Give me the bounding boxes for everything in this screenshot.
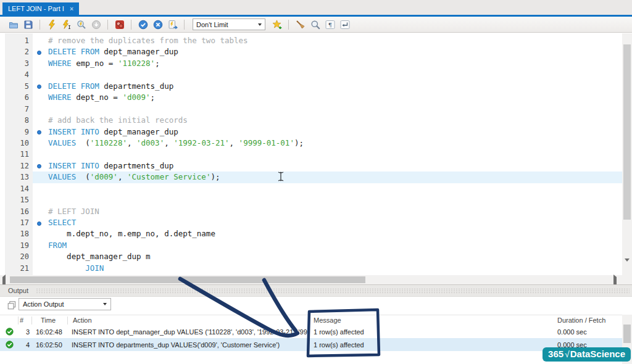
vertical-scroll-thumb[interactable] (623, 44, 631, 220)
horizontal-scroll-thumb[interactable] (10, 276, 365, 283)
line-number: 3 (5, 58, 29, 69)
row-message: 1 row(s) affected (309, 341, 554, 349)
editor-line-2[interactable]: 2DELETE FROM dept_manager_dup (0, 46, 622, 57)
toolbar-separator (184, 20, 185, 30)
save-icon[interactable] (22, 19, 34, 30)
code-text: FROM (48, 240, 67, 251)
code-text: # add back the initial records (48, 115, 188, 126)
tab-left-join-part-1[interactable]: LEFT JOIN - Part I × (2, 2, 79, 15)
editor-line-3[interactable]: 3WHERE emp_no = '110228'; (0, 58, 622, 69)
editor-line-5[interactable]: 5DELETE FROM departments_dup (0, 81, 622, 92)
line-number: 10 (5, 138, 29, 149)
editor-line-12[interactable]: 12INSERT INTO departments_dup (0, 160, 622, 172)
column-header-duration[interactable]: Duration / Fetch (554, 316, 622, 325)
sql-editor-toolbar: Don't Limit¶ (0, 17, 632, 33)
code-text: # remove the duplicates from the two tab… (48, 35, 248, 46)
rollback-icon[interactable] (152, 19, 164, 30)
output-scroll-thumb[interactable] (623, 325, 631, 343)
line-number: 5 (5, 81, 29, 92)
limit-dropdown-value: Don't Limit (196, 21, 228, 28)
column-header-time[interactable]: Time (32, 316, 68, 325)
code-text: m.dept_no, m.emp_no, d.dept_name (48, 228, 215, 239)
output-row-4[interactable]: 416:02:50INSERT INTO departments_dup VAL… (0, 338, 622, 351)
editor-vertical-scrollbar[interactable] (622, 33, 632, 275)
editor-line-11[interactable]: 11 (0, 149, 622, 160)
toolbar-separator (131, 20, 131, 30)
commit-icon[interactable] (137, 19, 149, 30)
output-panel-title: Output (8, 287, 28, 294)
editor-line-13[interactable]: 13VALUES ('d009', 'Customer Service'); (0, 172, 622, 183)
editor-line-1[interactable]: 1# remove the duplicates from the two ta… (0, 35, 622, 46)
line-number: 4 (5, 69, 29, 80)
code-text: VALUES ('d009', 'Customer Service'); (48, 172, 220, 183)
row-duration: 0.000 sec (554, 328, 622, 336)
line-number: 8 (5, 115, 29, 126)
line-number: 2 (5, 46, 29, 57)
code-text: DELETE FROM departments_dup (48, 81, 173, 92)
statement-marker-dot (37, 221, 41, 226)
wrap-icon[interactable] (339, 19, 351, 30)
editor-horizontal-scrollbar[interactable] (0, 275, 622, 284)
editor-line-21[interactable]: 21 JOIN (0, 263, 622, 274)
explain-icon[interactable] (75, 19, 87, 30)
line-number: 21 (5, 263, 29, 274)
statement-marker-dot (37, 85, 41, 89)
execute-current-icon[interactable] (60, 19, 72, 30)
line-number: 1 (5, 35, 29, 46)
column-header-message[interactable]: Message (309, 316, 554, 325)
save-snippet-icon[interactable] (271, 19, 283, 30)
output-view-dropdown[interactable]: Action Output (19, 298, 111, 310)
output-panel-header: Output (0, 285, 632, 297)
editor-line-15[interactable]: 15 (0, 194, 622, 205)
row-action: INSERT INTO dept_manager_dup VALUES ('11… (68, 328, 309, 336)
output-table-header: # Time Action Message Duration / Fetch (0, 315, 622, 326)
limit-dropdown[interactable]: Don't Limit (193, 19, 265, 30)
editor-line-14[interactable]: 14 (0, 183, 622, 194)
stop-icon[interactable] (90, 19, 102, 30)
code-text: JOIN (48, 263, 104, 274)
execute-icon[interactable] (46, 19, 57, 30)
status-column-header (0, 316, 19, 325)
editor-line-16[interactable]: 16# LEFT JOIN (0, 206, 622, 217)
svg-text:¶: ¶ (328, 21, 331, 28)
editor-line-20[interactable]: 20 dept_manager_dup m (0, 251, 622, 262)
tab-close-icon[interactable]: × (70, 5, 73, 12)
output-row-3[interactable]: 316:02:48INSERT INTO dept_manager_dup VA… (0, 325, 622, 338)
invisibles-icon[interactable]: ¶ (324, 19, 336, 30)
editor-tab-bar: LEFT JOIN - Part I × (0, 0, 632, 15)
code-text: # LEFT JOIN (48, 206, 99, 217)
editor-line-4[interactable]: 4 (0, 69, 622, 80)
editor-line-10[interactable]: 10VALUES ('110228', 'd003', '1992-03-21'… (0, 138, 622, 149)
editor-line-17[interactable]: 17SELECT (0, 217, 622, 228)
line-number: 17 (5, 217, 29, 228)
editor-line-8[interactable]: 8# add back the initial records (0, 115, 622, 126)
line-number: 6 (5, 92, 29, 103)
row-action: INSERT INTO departments_dup VALUES('d009… (68, 341, 309, 349)
code-text: dept_manager_dup m (48, 251, 151, 262)
open-file-icon[interactable] (7, 19, 19, 30)
line-number: 18 (5, 228, 29, 239)
code-text: VALUES ('110228', 'd003', '1992-03-21', … (48, 138, 304, 149)
editor-line-6[interactable]: 6WHERE dept_no = 'd009'; (0, 92, 622, 103)
toolbar-separator (40, 20, 40, 30)
column-header-action[interactable]: Action (68, 316, 309, 325)
editor-line-9[interactable]: 9INSERT INTO dept_manager_dup (0, 126, 622, 138)
stacked-output-icon (6, 299, 17, 311)
toolbar-separator (107, 20, 108, 30)
autocommit-icon[interactable] (167, 19, 178, 30)
row-index: 3 (19, 328, 32, 336)
sql-code-editor[interactable]: 1# remove the duplicates from the two ta… (0, 33, 622, 275)
code-text: SELECT (48, 217, 76, 228)
logo-name: DataScience (570, 349, 625, 358)
find-icon[interactable] (309, 19, 321, 30)
toolbar-separator (288, 20, 289, 30)
editor-line-7[interactable]: 7 (0, 104, 622, 115)
stop-on-error-icon[interactable] (114, 19, 125, 30)
editor-line-19[interactable]: 19FROM (0, 240, 622, 251)
line-number: 20 (5, 251, 29, 262)
line-number: 14 (5, 183, 29, 194)
scroll-down-icon[interactable] (625, 259, 630, 272)
column-header-num[interactable]: # (19, 316, 32, 325)
editor-line-18[interactable]: 18 m.dept_no, m.emp_no, d.dept_name (0, 228, 622, 239)
beautify-icon[interactable] (294, 19, 306, 30)
